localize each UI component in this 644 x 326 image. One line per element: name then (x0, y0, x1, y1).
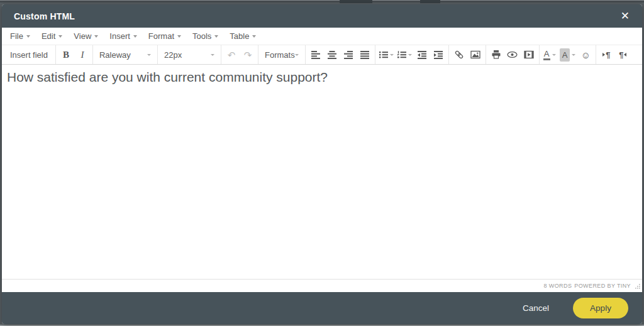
toolbar-group-fontsize: 22px (158, 45, 221, 64)
chevron-down-icon (147, 54, 151, 56)
undo-button[interactable]: ↶ (223, 46, 240, 63)
align-center-button[interactable] (324, 46, 340, 63)
chevron-down-icon (214, 35, 218, 38)
background-element (340, 0, 372, 3)
menu-file[interactable]: File (4, 28, 36, 45)
dialog-title: Custom HTML (14, 11, 75, 21)
editor-content-area[interactable]: How satisfied are you with current commu… (2, 65, 642, 279)
emoticons-button[interactable]: ☺ (577, 46, 594, 63)
toolbar-group-insert-field: Insert field (3, 45, 56, 64)
chevron-down-icon (295, 54, 299, 56)
print-button[interactable] (488, 46, 504, 63)
editor-paragraph: How satisfied are you with current commu… (7, 68, 637, 86)
outdent-icon (418, 50, 426, 59)
pilcrow-icon: ¶ (619, 50, 623, 60)
undo-icon: ↶ (228, 50, 236, 60)
font-family-select[interactable]: Raleway (95, 46, 155, 63)
background-color-button[interactable]: A (558, 46, 578, 63)
toolbar-group-direction: ¶ ¶ (596, 45, 633, 64)
menu-format[interactable]: Format (143, 28, 187, 45)
bold-button[interactable]: B (58, 46, 74, 63)
bullet-list-icon (379, 50, 388, 59)
redo-button[interactable]: ↷ (240, 46, 256, 63)
dialog-footer: Cancel Apply (2, 292, 642, 324)
align-right-button[interactable] (340, 46, 357, 63)
align-left-button[interactable] (308, 46, 324, 63)
apply-button[interactable]: Apply (573, 298, 628, 318)
preview-button[interactable] (504, 46, 521, 63)
dialog-header: Custom HTML ✕ (2, 4, 642, 28)
close-icon[interactable]: ✕ (619, 9, 631, 23)
bullet-list-button[interactable] (377, 46, 396, 63)
background-page-strip (0, 0, 644, 4)
italic-icon: I (80, 50, 84, 60)
align-justify-icon (360, 50, 369, 59)
menu-tools[interactable]: Tools (187, 28, 224, 45)
toolbar-group-basic: B I (56, 45, 93, 64)
font-size-select[interactable]: 22px (160, 46, 219, 63)
text-color-button[interactable]: A (541, 46, 558, 63)
menu-edit[interactable]: Edit (36, 28, 68, 45)
menu-insert[interactable]: Insert (104, 28, 143, 45)
outdent-button[interactable] (414, 46, 430, 63)
italic-button[interactable]: I (74, 46, 91, 63)
word-count: 8 WORDS (544, 283, 572, 289)
chevron-down-icon (572, 54, 575, 56)
resize-grip-icon[interactable] (635, 283, 640, 289)
redo-icon: ↷ (244, 50, 252, 60)
chevron-down-icon (211, 54, 214, 56)
bold-icon: B (63, 50, 69, 60)
chevron-down-icon (408, 54, 412, 56)
pilcrow-icon: ¶ (606, 50, 610, 60)
background-element (420, 0, 440, 3)
image-icon (470, 50, 480, 60)
editor-toolbar: Insert field B I Raleway 22px ↶ ↷ Format… (2, 45, 642, 65)
numbered-list-button[interactable] (396, 46, 414, 63)
eye-icon (507, 50, 518, 59)
insert-link-button[interactable] (451, 46, 467, 63)
numbered-list-icon (397, 50, 406, 59)
toolbar-group-formats: Formats (258, 45, 306, 64)
editor-statusbar: 8 WORDS POWERED BY TINY (2, 279, 642, 292)
text-color-icon: A (543, 50, 550, 60)
background-color-icon: A (560, 48, 570, 62)
media-icon (524, 50, 534, 59)
formats-select[interactable]: Formats (260, 46, 303, 63)
ltr-arrow-icon (602, 53, 605, 57)
align-right-icon (344, 50, 353, 59)
chevron-down-icon (94, 35, 98, 38)
insert-field-button[interactable]: Insert field (4, 46, 53, 63)
chevron-down-icon (552, 54, 556, 56)
indent-button[interactable] (430, 46, 447, 63)
toolbar-group-colors: A A ☺ (540, 45, 597, 64)
chevron-down-icon (390, 54, 394, 56)
toolbar-group-output (486, 45, 540, 64)
media-button[interactable] (521, 46, 537, 63)
branding-text: POWERED BY TINY (574, 283, 631, 289)
insert-image-button[interactable] (467, 46, 484, 63)
align-justify-button[interactable] (357, 46, 373, 63)
chevron-down-icon (177, 35, 181, 38)
menu-table[interactable]: Table (224, 28, 262, 45)
toolbar-group-align (306, 45, 375, 64)
custom-html-dialog: Custom HTML ✕ File Edit View Insert Form… (2, 4, 642, 324)
rtl-arrow-icon (624, 53, 626, 57)
smiley-icon: ☺ (581, 50, 591, 60)
indent-icon (434, 50, 443, 59)
rtl-button[interactable]: ¶ (614, 46, 631, 63)
chevron-down-icon (252, 35, 256, 38)
toolbar-group-undo-redo: ↶ ↷ (221, 45, 258, 64)
editor-menubar: File Edit View Insert Format Tools Table (2, 28, 642, 45)
toolbar-group-link-image (449, 45, 486, 64)
menu-view[interactable]: View (68, 28, 104, 45)
print-icon (491, 50, 501, 60)
chevron-down-icon (26, 35, 30, 38)
toolbar-group-fontfamily: Raleway (93, 45, 158, 64)
align-left-icon (311, 50, 320, 59)
chevron-down-icon (58, 35, 62, 38)
align-center-icon (328, 50, 336, 59)
link-icon (454, 50, 464, 60)
toolbar-group-lists (375, 45, 449, 64)
cancel-button[interactable]: Cancel (523, 303, 549, 313)
ltr-button[interactable]: ¶ (598, 46, 614, 63)
